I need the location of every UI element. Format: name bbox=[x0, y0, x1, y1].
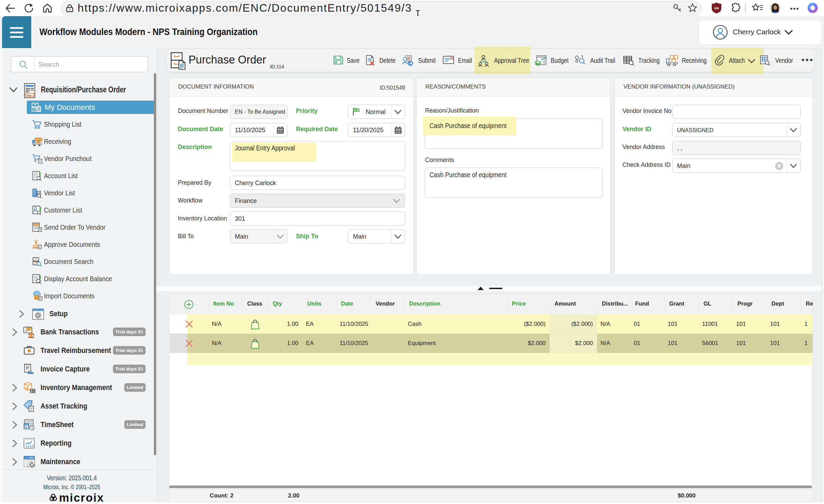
svg-text:microix: microix bbox=[59, 492, 104, 503]
svg-text:uo: uo bbox=[714, 6, 719, 10]
